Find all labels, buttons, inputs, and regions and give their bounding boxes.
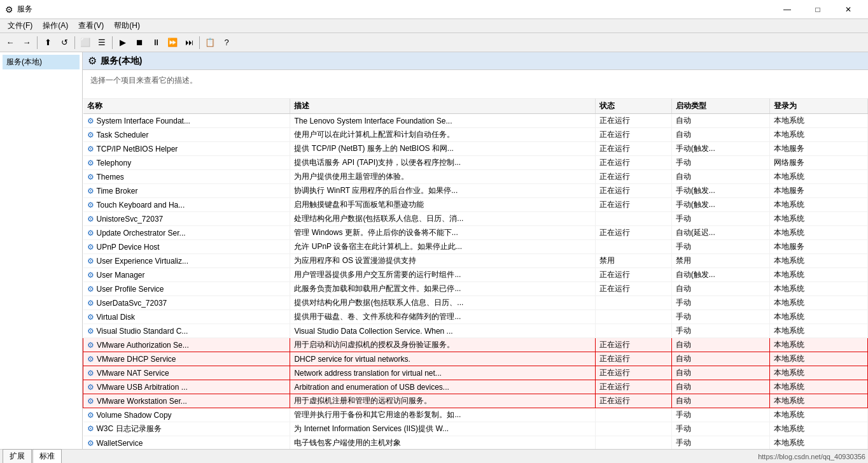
- status-right-text: https://blog.csdn.net/qq_40930356: [758, 453, 865, 460]
- panel-header-icon: ⚙: [88, 55, 97, 67]
- service-status: 禁用: [595, 254, 671, 268]
- stop-button[interactable]: ⏹: [132, 35, 147, 50]
- service-desc: DHCP service for virtual networks.: [290, 352, 596, 366]
- service-status: [595, 408, 671, 422]
- service-login: 本地系统: [769, 128, 867, 142]
- panel-header-title: 服务(本地): [101, 55, 142, 67]
- service-login: 本地系统: [769, 408, 867, 422]
- service-desc: 提供 TCP/IP (NetBT) 服务上的 NetBIOS 和网...: [290, 142, 596, 156]
- table-row[interactable]: ⚙Visual Studio Standard C...Visual Studi…: [83, 324, 868, 338]
- service-desc: 为 Internet Information Services (IIS)提供 …: [290, 422, 596, 436]
- service-login: 本地系统: [769, 422, 867, 436]
- table-row[interactable]: ⚙UPnP Device Host允许 UPnP 设备宿主在此计算机上。如果停止…: [83, 240, 868, 254]
- table-row[interactable]: ⚙Volume Shadow Copy管理并执行用于备份和其它用途的卷影复制。如…: [83, 408, 868, 422]
- table-row[interactable]: ⚙VMware Authorization Se...用于启动和访问虚拟机的授权…: [83, 338, 868, 352]
- table-row[interactable]: ⚙TCP/IP NetBIOS Helper提供 TCP/IP (NetBT) …: [83, 142, 868, 156]
- service-login: 本地服务: [769, 184, 867, 198]
- table-row[interactable]: ⚙VMware USB Arbitration ...Arbitration a…: [83, 380, 868, 394]
- service-status: 正在运行: [595, 352, 671, 366]
- table-row[interactable]: ⚙VMware NAT ServiceNetwork address trans…: [83, 366, 868, 380]
- start-button[interactable]: ▶: [115, 35, 130, 50]
- menu-help[interactable]: 帮助(H): [109, 19, 145, 32]
- back-button[interactable]: ←: [3, 35, 18, 50]
- service-desc: 处理结构化用户数据(包括联系人信息、日历、消...: [290, 212, 596, 226]
- pause-button[interactable]: ⏸: [148, 35, 164, 50]
- table-row[interactable]: ⚙VMware Workstation Ser...用于虚拟机注册和管理的远程访…: [83, 394, 868, 408]
- service-startup: 自动: [671, 366, 769, 380]
- table-row[interactable]: ⚙System Interface Foundat...The Lenovo S…: [83, 114, 868, 128]
- service-desc: The Lenovo System Interface Foundation S…: [290, 114, 596, 128]
- service-startup: 手动: [671, 422, 769, 436]
- table-row[interactable]: ⚙User Experience Virtualiz...为应用程序和 OS 设…: [83, 254, 868, 268]
- export-button[interactable]: ☰: [94, 35, 109, 50]
- service-desc: 此服务负责加载和卸载用户配置文件。如果已停...: [290, 282, 596, 296]
- help-button[interactable]: ?: [219, 35, 234, 50]
- table-row[interactable]: ⚙UnistoreSvc_72037处理结构化用户数据(包括联系人信息、日历、消…: [83, 212, 868, 226]
- forward-button[interactable]: →: [19, 35, 34, 50]
- service-name: ⚙Time Broker: [83, 184, 290, 198]
- service-status: 正在运行: [595, 380, 671, 394]
- up-button[interactable]: ⬆: [40, 35, 55, 50]
- service-name: ⚙Volume Shadow Copy: [83, 408, 290, 422]
- sidebar-item-services[interactable]: 服务(本地): [3, 55, 80, 69]
- service-startup: 手动: [671, 240, 769, 254]
- service-startup: 手动(触发...: [671, 142, 769, 156]
- service-desc: 协调执行 WinRT 应用程序的后台作业。如果停...: [290, 184, 596, 198]
- menu-file[interactable]: 文件(F): [3, 19, 38, 32]
- service-status: [595, 324, 671, 338]
- table-row[interactable]: ⚙WalletService电子钱包客户端使用的主机对象手动本地系统: [83, 436, 868, 450]
- service-desc: 提供对结构化用户数据(包括联系人信息、日历、...: [290, 296, 596, 310]
- description-area: 选择一个项目来查看它的描述。: [83, 70, 868, 99]
- minimize-button[interactable]: —: [773, 0, 802, 19]
- maximize-button[interactable]: □: [803, 0, 832, 19]
- service-name: ⚙User Profile Service: [83, 282, 290, 296]
- service-status: 正在运行: [595, 170, 671, 184]
- toolbar: ← → ⬆ ↺ ⬜ ☰ ▶ ⏹ ⏸ ⏩ ⏭ 📋 ?: [0, 33, 868, 52]
- close-button[interactable]: ✕: [834, 0, 863, 19]
- col-header-desc[interactable]: 描述: [290, 99, 596, 114]
- resume-button[interactable]: ⏩: [165, 35, 180, 50]
- table-header-row: 名称 描述 状态 启动类型 登录为: [83, 99, 868, 114]
- table-row[interactable]: ⚙Touch Keyboard and Ha...启用触摸键盘和手写面板笔和墨迹…: [83, 198, 868, 212]
- show-hide-button[interactable]: ⬜: [78, 35, 93, 50]
- service-status: [595, 310, 671, 324]
- tab-standard[interactable]: 标准: [32, 449, 62, 463]
- service-status: [595, 240, 671, 254]
- col-header-name[interactable]: 名称: [83, 99, 290, 114]
- table-row[interactable]: ⚙Update Orchestrator Ser...管理 Windows 更新…: [83, 226, 868, 240]
- services-table-container[interactable]: 名称 描述 状态 启动类型 登录为 ⚙System Interface Foun…: [83, 99, 868, 449]
- service-login: 网络服务: [769, 156, 867, 170]
- col-header-startup[interactable]: 启动类型: [671, 99, 769, 114]
- right-panel: ⚙ 服务(本地) 选择一个项目来查看它的描述。 名称 描述 状态 启动类型 登录…: [83, 52, 868, 449]
- service-status: 正在运行: [595, 366, 671, 380]
- service-login: 本地服务: [769, 240, 867, 254]
- table-row[interactable]: ⚙UserDataSvc_72037提供对结构化用户数据(包括联系人信息、日历、…: [83, 296, 868, 310]
- restart-button[interactable]: ⏭: [181, 35, 197, 50]
- service-desc: 管理 Windows 更新。停止后你的设备将不能下...: [290, 226, 596, 240]
- table-row[interactable]: ⚙W3C 日志记录服务为 Internet Information Servic…: [83, 422, 868, 436]
- toolbar-separator-4: [199, 36, 200, 49]
- col-header-status[interactable]: 状态: [595, 99, 671, 114]
- service-status: 正在运行: [595, 184, 671, 198]
- menu-action[interactable]: 操作(A): [38, 19, 73, 32]
- table-row[interactable]: ⚙VMware DHCP ServiceDHCP service for vir…: [83, 352, 868, 366]
- table-row[interactable]: ⚙User Profile Service此服务负责加载和卸载用户配置文件。如果…: [83, 282, 868, 296]
- table-row[interactable]: ⚙Telephony提供电话服务 API (TAPI)支持，以便各程序控制...…: [83, 156, 868, 170]
- table-row[interactable]: ⚙User Manager用户管理器提供多用户交互所需要的运行时组件...正在运…: [83, 268, 868, 282]
- service-desc: 管理并执行用于备份和其它用途的卷影复制。如...: [290, 408, 596, 422]
- table-row[interactable]: ⚙Themes为用户提供使用主题管理的体验。正在运行自动本地系统: [83, 170, 868, 184]
- tab-expand[interactable]: 扩展: [3, 449, 32, 463]
- col-header-login[interactable]: 登录为: [769, 99, 867, 114]
- window-controls: — □ ✕: [773, 0, 863, 19]
- properties-button[interactable]: 📋: [202, 35, 218, 50]
- table-row[interactable]: ⚙Time Broker协调执行 WinRT 应用程序的后台作业。如果停...正…: [83, 184, 868, 198]
- service-desc: 为用户提供使用主题管理的体验。: [290, 170, 596, 184]
- service-status: 正在运行: [595, 114, 671, 128]
- service-startup: 自动: [671, 352, 769, 366]
- table-row[interactable]: ⚙Virtual Disk提供用于磁盘、卷、文件系统和存储阵列的管理...手动本…: [83, 310, 868, 324]
- service-status: 正在运行: [595, 198, 671, 212]
- title-bar: ⚙ 服务 — □ ✕: [0, 0, 868, 19]
- menu-view[interactable]: 查看(V): [73, 19, 109, 32]
- refresh-button[interactable]: ↺: [57, 35, 72, 50]
- table-row[interactable]: ⚙Task Scheduler使用户可以在此计算机上配置和计划自动任务。正在运行…: [83, 128, 868, 142]
